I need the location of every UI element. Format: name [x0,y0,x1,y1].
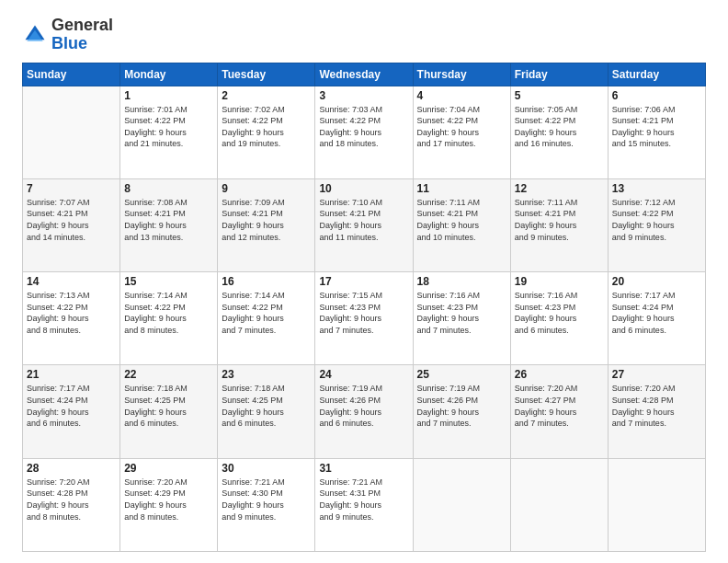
calendar-cell: 15Sunrise: 7:14 AM Sunset: 4:22 PM Dayli… [120,272,218,365]
calendar-cell [510,458,608,551]
calendar-cell: 24Sunrise: 7:19 AM Sunset: 4:26 PM Dayli… [315,365,413,458]
calendar-cell: 28Sunrise: 7:20 AM Sunset: 4:28 PM Dayli… [23,458,120,551]
calendar-row-2: 14Sunrise: 7:13 AM Sunset: 4:22 PM Dayli… [23,272,706,365]
calendar-cell: 12Sunrise: 7:11 AM Sunset: 4:21 PM Dayli… [510,178,608,271]
day-info: Sunrise: 7:08 AM Sunset: 4:21 PM Dayligh… [124,197,213,243]
day-info: Sunrise: 7:20 AM Sunset: 4:29 PM Dayligh… [124,477,213,523]
calendar-cell: 21Sunrise: 7:17 AM Sunset: 4:24 PM Dayli… [23,365,120,458]
day-info: Sunrise: 7:15 AM Sunset: 4:23 PM Dayligh… [319,290,408,336]
calendar-cell: 22Sunrise: 7:18 AM Sunset: 4:25 PM Dayli… [120,365,218,458]
day-number: 11 [417,182,506,195]
day-info: Sunrise: 7:09 AM Sunset: 4:21 PM Dayligh… [222,197,311,243]
day-number: 18 [417,275,506,288]
calendar-row-1: 7Sunrise: 7:07 AM Sunset: 4:21 PM Daylig… [23,178,706,271]
day-info: Sunrise: 7:17 AM Sunset: 4:24 PM Dayligh… [27,383,116,429]
day-number: 16 [222,275,311,288]
calendar-cell: 27Sunrise: 7:20 AM Sunset: 4:28 PM Dayli… [608,365,705,458]
day-info: Sunrise: 7:05 AM Sunset: 4:22 PM Dayligh… [515,104,604,150]
day-info: Sunrise: 7:10 AM Sunset: 4:21 PM Dayligh… [319,197,408,243]
calendar-cell: 17Sunrise: 7:15 AM Sunset: 4:23 PM Dayli… [315,272,413,365]
day-info: Sunrise: 7:04 AM Sunset: 4:22 PM Dayligh… [417,104,506,150]
day-number: 6 [612,89,701,102]
day-number: 24 [319,368,408,381]
day-number: 23 [222,368,311,381]
day-info: Sunrise: 7:21 AM Sunset: 4:31 PM Dayligh… [319,477,408,523]
calendar-cell: 16Sunrise: 7:14 AM Sunset: 4:22 PM Dayli… [218,272,315,365]
day-number: 1 [124,89,213,102]
calendar-cell: 11Sunrise: 7:11 AM Sunset: 4:21 PM Dayli… [413,178,510,271]
calendar-cell: 18Sunrise: 7:16 AM Sunset: 4:23 PM Dayli… [413,272,510,365]
day-number: 14 [27,275,116,288]
calendar-cell: 3Sunrise: 7:03 AM Sunset: 4:22 PM Daylig… [315,86,413,178]
day-number: 27 [612,368,701,381]
calendar-cell: 9Sunrise: 7:09 AM Sunset: 4:21 PM Daylig… [218,178,315,271]
calendar-row-4: 28Sunrise: 7:20 AM Sunset: 4:28 PM Dayli… [23,458,706,551]
weekday-wednesday: Wednesday [315,63,413,86]
day-info: Sunrise: 7:16 AM Sunset: 4:23 PM Dayligh… [515,290,604,336]
day-number: 19 [515,275,604,288]
calendar-cell: 29Sunrise: 7:20 AM Sunset: 4:29 PM Dayli… [120,458,218,551]
day-number: 12 [515,182,604,195]
calendar-cell: 6Sunrise: 7:06 AM Sunset: 4:21 PM Daylig… [608,86,705,178]
calendar-row-0: 1Sunrise: 7:01 AM Sunset: 4:22 PM Daylig… [23,86,706,178]
calendar-cell [23,86,120,178]
weekday-sunday: Sunday [23,63,120,86]
weekday-header-row: SundayMondayTuesdayWednesdayThursdayFrid… [23,63,706,86]
calendar-cell: 1Sunrise: 7:01 AM Sunset: 4:22 PM Daylig… [120,86,218,178]
calendar-cell: 31Sunrise: 7:21 AM Sunset: 4:31 PM Dayli… [315,458,413,551]
day-info: Sunrise: 7:11 AM Sunset: 4:21 PM Dayligh… [417,197,506,243]
calendar-cell: 20Sunrise: 7:17 AM Sunset: 4:24 PM Dayli… [608,272,705,365]
day-number: 30 [222,462,311,475]
day-number: 26 [515,368,604,381]
day-info: Sunrise: 7:19 AM Sunset: 4:26 PM Dayligh… [417,383,506,429]
calendar-cell: 30Sunrise: 7:21 AM Sunset: 4:30 PM Dayli… [218,458,315,551]
day-info: Sunrise: 7:02 AM Sunset: 4:22 PM Dayligh… [222,104,311,150]
logo-blue: Blue [51,34,87,52]
day-info: Sunrise: 7:17 AM Sunset: 4:24 PM Dayligh… [612,290,701,336]
day-number: 22 [124,368,213,381]
day-number: 13 [612,182,701,195]
day-info: Sunrise: 7:20 AM Sunset: 4:28 PM Dayligh… [27,477,116,523]
logo: General Blue [22,17,113,53]
weekday-friday: Friday [510,63,608,86]
day-number: 5 [515,89,604,102]
day-number: 21 [27,368,116,381]
day-info: Sunrise: 7:12 AM Sunset: 4:22 PM Dayligh… [612,197,701,243]
day-number: 28 [27,462,116,475]
day-info: Sunrise: 7:11 AM Sunset: 4:21 PM Dayligh… [515,197,604,243]
calendar-cell: 23Sunrise: 7:18 AM Sunset: 4:25 PM Dayli… [218,365,315,458]
calendar-table: SundayMondayTuesdayWednesdayThursdayFrid… [22,63,706,552]
calendar-row-3: 21Sunrise: 7:17 AM Sunset: 4:24 PM Dayli… [23,365,706,458]
day-info: Sunrise: 7:20 AM Sunset: 4:27 PM Dayligh… [515,383,604,429]
day-number: 31 [319,462,408,475]
calendar-cell: 4Sunrise: 7:04 AM Sunset: 4:22 PM Daylig… [413,86,510,178]
day-number: 17 [319,275,408,288]
day-number: 9 [222,182,311,195]
day-info: Sunrise: 7:14 AM Sunset: 4:22 PM Dayligh… [124,290,213,336]
calendar-cell [413,458,510,551]
day-number: 4 [417,89,506,102]
calendar-cell: 10Sunrise: 7:10 AM Sunset: 4:21 PM Dayli… [315,178,413,271]
calendar-cell: 25Sunrise: 7:19 AM Sunset: 4:26 PM Dayli… [413,365,510,458]
day-number: 8 [124,182,213,195]
logo-icon [22,22,48,48]
calendar-cell [608,458,705,551]
day-info: Sunrise: 7:06 AM Sunset: 4:21 PM Dayligh… [612,104,701,150]
day-number: 2 [222,89,311,102]
day-info: Sunrise: 7:20 AM Sunset: 4:28 PM Dayligh… [612,383,701,429]
day-number: 20 [612,275,701,288]
day-number: 15 [124,275,213,288]
calendar-cell: 7Sunrise: 7:07 AM Sunset: 4:21 PM Daylig… [23,178,120,271]
day-info: Sunrise: 7:16 AM Sunset: 4:23 PM Dayligh… [417,290,506,336]
day-info: Sunrise: 7:03 AM Sunset: 4:22 PM Dayligh… [319,104,408,150]
day-info: Sunrise: 7:14 AM Sunset: 4:22 PM Dayligh… [222,290,311,336]
day-info: Sunrise: 7:01 AM Sunset: 4:22 PM Dayligh… [124,104,213,150]
weekday-saturday: Saturday [608,63,705,86]
logo-text: General Blue [51,17,113,53]
weekday-thursday: Thursday [413,63,510,86]
calendar-cell: 14Sunrise: 7:13 AM Sunset: 4:22 PM Dayli… [23,272,120,365]
day-number: 7 [27,182,116,195]
day-info: Sunrise: 7:07 AM Sunset: 4:21 PM Dayligh… [27,197,116,243]
day-number: 25 [417,368,506,381]
day-info: Sunrise: 7:13 AM Sunset: 4:22 PM Dayligh… [27,290,116,336]
